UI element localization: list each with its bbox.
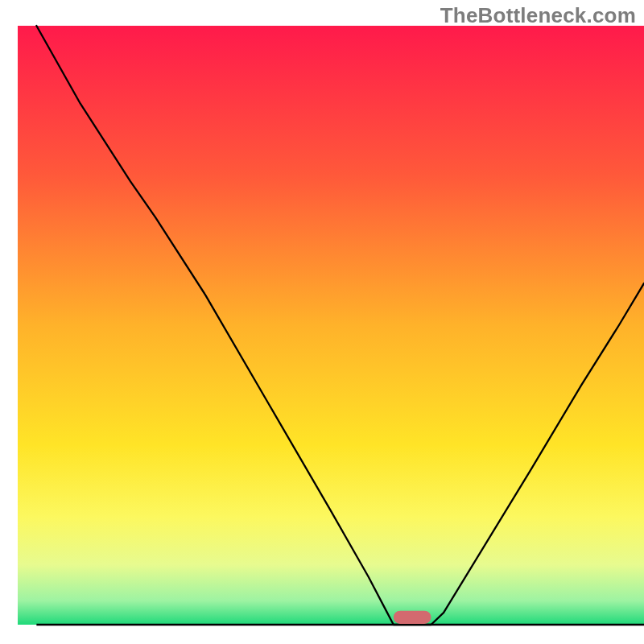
watermark-text: TheBottleneck.com [440,3,636,28]
optimal-marker [394,611,431,624]
chart-container: TheBottleneck.com [0,0,644,644]
bottleneck-chart [0,0,644,644]
chart-background [18,26,644,625]
